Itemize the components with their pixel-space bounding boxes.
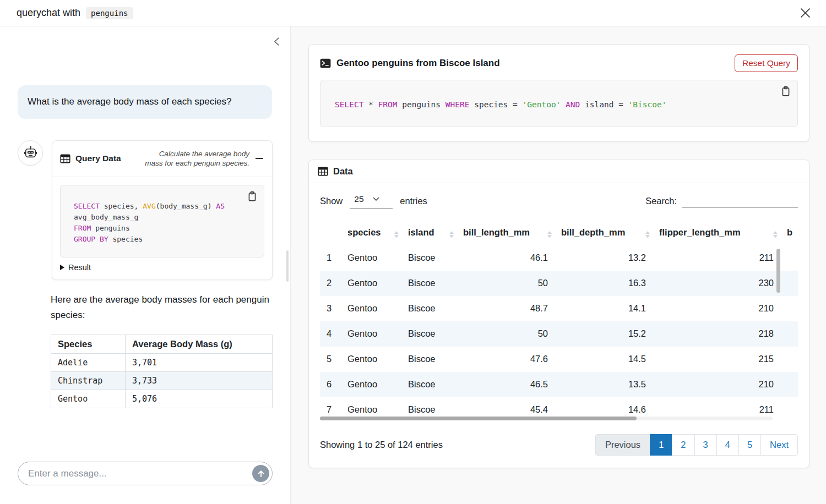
table-row: 1GentooBiscoe46.113.2211 (320, 245, 798, 271)
data-card: Data Show 25 entries Search: (308, 160, 809, 468)
table-icon (60, 154, 70, 163)
collapse-sidebar-button[interactable] (272, 36, 281, 49)
table-controls: Show 25 entries Search: (320, 193, 798, 209)
result-toggle-label: Result (68, 263, 91, 272)
query-title: Gentoo penguins from Biscoe Island (336, 58, 500, 69)
triangle-right-icon (60, 265, 64, 270)
chevron-down-icon (373, 197, 379, 201)
result-toggle[interactable]: Result (60, 263, 264, 272)
summary-header-mass: Average Body Mass (g) (126, 335, 273, 354)
workspace-panel: Gentoo penguins from Biscoe Island Reset… (290, 26, 826, 504)
reset-query-button[interactable]: Reset Query (735, 54, 798, 72)
pagination-page-1[interactable]: 1 (650, 434, 672, 456)
robot-icon (23, 145, 38, 160)
tool-card-title: Query Data (75, 154, 121, 163)
sql-code-text: SELECT species, AVG(body_mass_g) ASavg_b… (74, 201, 257, 245)
query-data-card: Query Data Calculate the average body ma… (52, 140, 273, 280)
table-row: 4GentooBiscoe5015.2218 (320, 321, 798, 347)
page-length-control: Show 25 entries (320, 193, 427, 209)
chevron-left-icon (273, 37, 280, 46)
data-table-viewport: species island bill_length_mm bill_depth… (320, 224, 798, 422)
table-search: Search: (645, 194, 798, 208)
summary-cell: Adelie (51, 354, 126, 372)
summary-cell: 3,701 (126, 354, 273, 372)
summary-cell: 3,733 (126, 372, 273, 390)
header-bill-length[interactable]: bill_length_mm (457, 224, 555, 245)
pagination-previous[interactable]: Previous (595, 434, 650, 456)
query-data-card-header: Query Data Calculate the average body ma… (52, 141, 272, 177)
current-query-card: Gentoo penguins from Biscoe Island Reset… (308, 44, 809, 142)
pagination: Previous 1 2 3 4 5 Next (595, 434, 798, 456)
header-body-mass-truncated[interactable]: b (780, 224, 798, 245)
clipboard-icon (247, 191, 257, 202)
header-bill-depth[interactable]: bill_depth_mm (555, 224, 653, 245)
assistant-message: Query Data Calculate the average body ma… (18, 140, 273, 280)
summary-header-species: Species (51, 335, 126, 354)
assistant-avatar (18, 140, 43, 166)
pagination-page-2[interactable]: 2 (672, 434, 694, 456)
table-search-input[interactable] (682, 194, 798, 208)
tool-card-subtitle: Calculate the average body mass for each… (142, 149, 249, 168)
data-card-title: Data (333, 166, 353, 177)
message-input[interactable] (18, 462, 273, 485)
copy-code-button[interactable] (246, 190, 258, 205)
close-button[interactable] (798, 6, 813, 20)
data-card-header: Data (309, 160, 809, 183)
assistant-text: Here are the average body masses for eac… (51, 292, 271, 324)
table-row: Gentoo 5,076 (51, 390, 273, 408)
pagination-page-4[interactable]: 4 (716, 434, 739, 456)
show-label: Show (320, 196, 343, 206)
sort-icon (645, 231, 650, 238)
app-title: querychat with penguins (17, 7, 133, 19)
horizontal-scrollbar[interactable] (320, 417, 637, 420)
collapse-card-button[interactable] (254, 156, 264, 161)
data-table: species island bill_length_mm bill_depth… (320, 224, 798, 422)
sort-icon (449, 231, 454, 238)
sql-code-block: SELECT species, AVG(body_mass_g) ASavg_b… (60, 185, 264, 258)
table-row: Chinstrap 3,733 (51, 372, 273, 390)
minus-icon (256, 158, 263, 159)
pagination-next[interactable]: Next (760, 434, 798, 456)
table-row: 2GentooBiscoe5016.3230 (320, 271, 798, 296)
terminal-icon (320, 58, 331, 68)
close-icon (800, 8, 811, 18)
search-label: Search: (645, 196, 677, 206)
data-table-header-row: species island bill_length_mm bill_depth… (320, 224, 798, 245)
page-size-value: 25 (354, 194, 363, 204)
app-title-text: querychat with (17, 7, 80, 19)
copy-sql-button[interactable] (780, 85, 792, 100)
pagination-page-3[interactable]: 3 (694, 434, 717, 456)
arrow-up-icon (257, 469, 265, 478)
user-message: What is the average body mass of each sp… (18, 85, 272, 119)
table-row: 5GentooBiscoe47.614.5215 (320, 347, 798, 372)
sort-icon (773, 231, 778, 238)
chat-panel: What is the average body mass of each sp… (0, 26, 290, 504)
vertical-scrollbar[interactable] (776, 249, 780, 293)
header-island[interactable]: island (401, 224, 457, 245)
pagination-page-5[interactable]: 5 (738, 434, 761, 456)
header-species[interactable]: species (341, 224, 401, 245)
table-info: Showing 1 to 25 of 124 entries (320, 440, 443, 450)
current-sql-block: SELECT * FROM penguins WHERE species = '… (320, 80, 798, 127)
chat-scrollbar[interactable] (286, 250, 289, 282)
summary-cell: Gentoo (51, 390, 126, 408)
table-row: Adelie 3,701 (51, 354, 273, 372)
query-card-header: Gentoo penguins from Biscoe Island Reset… (320, 54, 798, 72)
header-flipper-length[interactable]: flipper_length_mm (653, 224, 780, 245)
tool-card-body: SELECT species, AVG(body_mass_g) ASavg_b… (52, 177, 272, 280)
sort-icon (394, 231, 399, 238)
send-button[interactable] (252, 465, 269, 482)
clipboard-icon (781, 86, 791, 97)
dataset-badge: penguins (86, 7, 133, 19)
summary-cell: Chinstrap (51, 372, 126, 390)
table-footer: Showing 1 to 25 of 124 entries Previous … (320, 434, 798, 456)
table-row: 3GentooBiscoe48.714.1210 (320, 296, 798, 321)
entries-label: entries (400, 196, 427, 206)
table-row: 6GentooBiscoe46.513.5210 (320, 372, 798, 397)
chat-message-list: What is the average body mass of each sp… (0, 26, 290, 462)
chat-input-row (18, 462, 273, 485)
app-header: querychat with penguins (0, 0, 826, 26)
page-size-select[interactable]: 25 (350, 193, 393, 209)
horizontal-scrollbar-track (320, 417, 773, 420)
table-icon (318, 167, 328, 176)
